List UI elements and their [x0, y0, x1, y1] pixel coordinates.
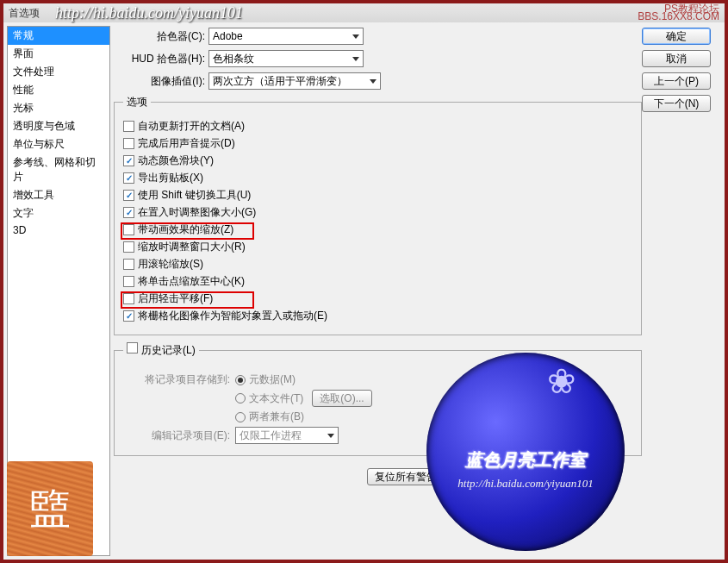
- options-group: 选项 自动更新打开的文档(A) 完成后用声音提示(D) 动态颜色滑块(Y) 导出…: [114, 95, 642, 335]
- overlay-forum: PS教程论坛BBS.16XX8.COM: [638, 5, 719, 21]
- chk-label: 在置入时调整图像大小(G): [138, 205, 256, 220]
- chk-dynamic-sliders[interactable]: [123, 155, 134, 166]
- chk-auto-update[interactable]: [123, 121, 134, 132]
- sidebar-item-plugins[interactable]: 增效工具: [8, 186, 109, 204]
- watermark-title: 蓝色月亮工作室: [465, 448, 586, 472]
- sidebar-item-type[interactable]: 文字: [8, 204, 109, 222]
- picker-label: 拾色器(C):: [114, 29, 208, 44]
- sidebar-item-interface[interactable]: 界面: [8, 45, 109, 63]
- sidebar-item-performance[interactable]: 性能: [8, 81, 109, 99]
- button-column: 确定 取消 上一个(P) 下一个(N): [642, 22, 725, 560]
- editlog-label: 编辑记录项目(E):: [140, 429, 235, 443]
- chk-history-log[interactable]: [127, 342, 138, 353]
- sidebar-item-transparency[interactable]: 透明度与色域: [8, 117, 109, 135]
- chk-animated-zoom[interactable]: [123, 224, 134, 235]
- chk-export-clipboard[interactable]: [123, 172, 134, 184]
- flower-icon: ❀: [547, 361, 590, 404]
- titlebar: 首选项 http://hi.baidu.com/yiyuan101 PS教程论坛…: [3, 3, 725, 22]
- preferences-dialog: 首选项 http://hi.baidu.com/yiyuan101 PS教程论坛…: [0, 0, 728, 563]
- seal-stamp: 盬: [7, 461, 93, 556]
- chk-shift-tool[interactable]: [123, 190, 134, 201]
- sidebar-item-guides[interactable]: 参考线、网格和切片: [8, 153, 109, 186]
- overlay-url: http://hi.baidu.com/yiyuan101: [55, 4, 243, 22]
- sidebar-item-3d[interactable]: 3D: [8, 222, 109, 238]
- chevron-down-icon: [370, 79, 376, 84]
- chk-scroll-zoom[interactable]: [123, 259, 134, 270]
- watermark-url: http://hi.baidu.com/yiyuan101: [457, 477, 593, 491]
- hud-select[interactable]: 色相条纹: [208, 50, 364, 67]
- chevron-down-icon: [327, 434, 334, 438]
- chevron-down-icon: [352, 34, 359, 39]
- history-legend: 历史记录(L): [123, 342, 199, 358]
- radio-metadata[interactable]: [235, 375, 246, 385]
- editlog-select[interactable]: 仅限工作进程: [235, 427, 339, 444]
- chk-label: 缩放时调整窗口大小(R): [138, 240, 246, 254]
- watermark-logo: ❀ 蓝色月亮工作室 http://hi.baidu.com/yiyuan101: [426, 353, 625, 551]
- dialog-body: 常规 界面 文件处理 性能 光标 透明度与色域 单位与标尺 参考线、网格和切片 …: [3, 22, 725, 560]
- window-title: 首选项: [9, 6, 40, 21]
- chk-label: 自动更新打开的文档(A): [138, 119, 245, 134]
- chk-label: 将栅格化图像作为智能对象置入或拖动(E): [138, 309, 327, 323]
- chk-beep[interactable]: [123, 138, 134, 149]
- interp-label: 图像插值(I):: [114, 74, 208, 89]
- chk-label: 动态颜色滑块(Y): [138, 153, 214, 168]
- chk-click-center[interactable]: [123, 276, 134, 287]
- hud-label: HUD 拾色器(H):: [114, 52, 208, 66]
- sidebar-item-general[interactable]: 常规: [8, 27, 109, 45]
- radio-label: 两者兼有(B): [249, 410, 304, 424]
- choose-button[interactable]: 选取(O)...: [312, 390, 371, 407]
- radio-label: 元数据(M): [249, 372, 296, 387]
- saveto-label: 将记录项目存储到:: [140, 372, 235, 387]
- chk-label: 带动画效果的缩放(Z): [138, 222, 233, 237]
- cancel-button[interactable]: 取消: [642, 50, 711, 67]
- chk-label: 用滚轮缩放(S): [138, 257, 203, 272]
- radio-textfile[interactable]: [235, 393, 246, 403]
- chk-label: 将单击点缩放至中心(K): [138, 274, 245, 289]
- sidebar-item-units[interactable]: 单位与标尺: [8, 135, 109, 153]
- chk-raster-smartobj[interactable]: [123, 310, 134, 322]
- next-button[interactable]: 下一个(N): [642, 95, 711, 112]
- chk-resize-place[interactable]: [123, 207, 134, 218]
- chk-label: 使用 Shift 键切换工具(U): [138, 188, 251, 203]
- radio-label: 文本文件(T): [249, 391, 303, 406]
- radio-both[interactable]: [235, 412, 246, 422]
- chk-label: 启用轻击平移(F): [138, 291, 213, 306]
- main-panel: 拾色器(C): Adobe HUD 拾色器(H): 色相条纹 图像插值(I): …: [110, 22, 642, 560]
- interp-select[interactable]: 两次立方（适用于平滑渐变）: [208, 72, 381, 90]
- ok-button[interactable]: 确定: [642, 28, 711, 45]
- prev-button[interactable]: 上一个(P): [642, 72, 711, 90]
- chk-label: 导出剪贴板(X): [138, 171, 203, 185]
- sidebar-item-cursors[interactable]: 光标: [8, 99, 109, 117]
- sidebar-item-filehandling[interactable]: 文件处理: [8, 63, 109, 81]
- chk-label: 完成后用声音提示(D): [138, 136, 235, 151]
- chk-flick-pan[interactable]: [123, 293, 134, 304]
- chevron-down-icon: [352, 57, 359, 61]
- chk-zoom-resize-window[interactable]: [123, 241, 134, 253]
- picker-select[interactable]: Adobe: [208, 28, 364, 45]
- options-legend: 选项: [123, 95, 151, 109]
